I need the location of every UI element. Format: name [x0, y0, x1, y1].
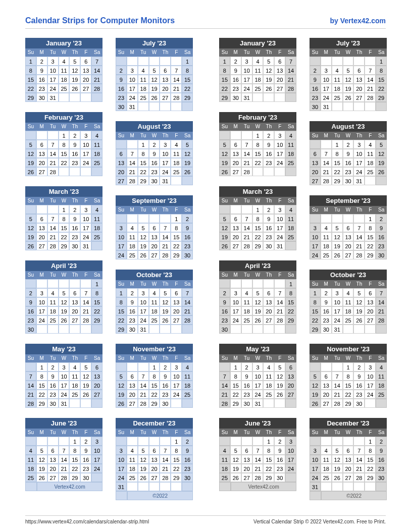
calendar-day: 1 — [182, 57, 193, 66]
calendar-day: 9 — [160, 371, 171, 381]
calendar-day: 10 — [310, 455, 321, 464]
calendar-week: 1 — [219, 279, 296, 288]
calendar-day — [25, 131, 36, 140]
calendar-day: 14 — [171, 75, 182, 84]
calendar-day: 18 — [182, 381, 193, 390]
calendar-day: 7 — [241, 140, 252, 149]
calendar-week: 12131415161718 — [116, 381, 193, 390]
calendar-day: 21 — [219, 390, 230, 399]
day-of-week-cell: M — [127, 48, 138, 57]
calendar-day: 31 — [116, 482, 127, 491]
calendar-day — [160, 325, 171, 334]
calendar-day: 13 — [321, 381, 332, 390]
calendar-day: 5 — [160, 288, 171, 297]
calendar-day: 17 — [274, 223, 285, 232]
calendar-week: 12131415161718 — [25, 149, 102, 158]
calendar-day: 30 — [47, 399, 59, 408]
day-of-week-cell: Th — [69, 271, 80, 279]
day-of-week-cell: W — [149, 280, 160, 288]
calendar-day: 19 — [263, 75, 274, 84]
calendar-day: 4 — [91, 131, 102, 140]
calendar-day: 20 — [343, 464, 354, 473]
calendar-week: 16171819202122 — [310, 84, 387, 93]
calendar-week: 17181920212223 — [310, 464, 387, 473]
calendar-week: 262728 — [219, 167, 296, 176]
calendar-day — [285, 93, 296, 102]
calendar-day: 12 — [25, 149, 36, 158]
calendar-day: 7 — [127, 149, 138, 158]
calendar-week: 30 — [219, 325, 296, 334]
calendar-day: 25 — [91, 232, 102, 241]
calendar-day: 18 — [321, 241, 332, 250]
day-of-week-cell: Sa — [182, 48, 193, 57]
calendar-day: 22 — [310, 315, 321, 325]
day-of-week-cell: Sa — [91, 197, 102, 205]
calendar-day: 13 — [310, 158, 321, 167]
calendar-day: 11 — [321, 232, 332, 241]
calendar-week: 262728293031 — [219, 241, 296, 250]
calendar-week: 2728293031 — [116, 176, 193, 185]
calendar-week: 19202122232425 — [310, 390, 387, 399]
day-of-week-cell: Su — [25, 429, 36, 437]
calendar-week: 1234 — [310, 362, 387, 371]
day-of-week-cell: Tu — [47, 271, 59, 279]
calendar-week: 891011121314 — [25, 66, 102, 75]
calendar-day — [365, 176, 376, 185]
calendar-day: 6 — [149, 446, 160, 455]
day-of-week-cell: M — [127, 280, 138, 288]
calendar-day: 24 — [116, 250, 127, 259]
calendar-day: 25 — [25, 473, 36, 482]
calendar-week: 2728293031 — [310, 176, 387, 185]
calendar-week: 567891011 — [116, 371, 193, 381]
day-of-week-cell: Su — [25, 48, 36, 57]
calendar-day: 26 — [149, 93, 160, 102]
calendar-credit-row: Vertex42.com — [219, 482, 296, 491]
calendar-day: 15 — [171, 455, 182, 464]
calendar-day: 19 — [332, 464, 343, 473]
calendar-day: 21 — [353, 241, 365, 250]
calendar-day — [69, 167, 80, 176]
calendar-day: 14 — [353, 455, 365, 464]
calendar-day: 17 — [310, 241, 321, 250]
calendar-day: 7 — [59, 446, 70, 455]
calendar-day: 31 — [80, 241, 91, 250]
day-of-week-row: SuMTuWThFSa — [25, 429, 102, 437]
calendar-day: 10 — [365, 371, 376, 381]
calendar-day: 16 — [343, 158, 354, 167]
calendar-day — [25, 279, 36, 288]
day-of-week-cell: Th — [69, 354, 80, 362]
calendar-day — [47, 131, 59, 140]
calendar-day — [116, 57, 127, 66]
calendar-day — [332, 57, 343, 66]
calendar-day: 9 — [321, 297, 332, 306]
calendar-day: 29 — [69, 473, 80, 482]
calendar-day — [332, 214, 343, 223]
calendar-day: 11 — [343, 297, 354, 306]
day-of-week-cell: W — [252, 48, 264, 57]
calendar-day: 9 — [47, 371, 59, 381]
calendar-day: 21 — [47, 232, 59, 241]
calendar-day: 20 — [285, 381, 296, 390]
calendar-day: 31 — [59, 399, 70, 408]
calendar-day: 26 — [252, 315, 264, 325]
calendar-day: 3 — [91, 437, 102, 446]
calendar-day: 14 — [59, 455, 70, 464]
day-of-week-row: SuMTuWThFSa — [219, 123, 296, 131]
calendar-day — [219, 362, 230, 371]
calendar-day: 4 — [365, 140, 376, 149]
calendar-day: 10 — [80, 140, 91, 149]
calendar-day: 14 — [376, 297, 387, 306]
calendar-day: 28 — [241, 167, 252, 176]
calendar-day: 21 — [80, 306, 91, 315]
calendar-day: 15 — [365, 455, 376, 464]
calendar-day: 31 — [310, 482, 321, 491]
calendar-week: 78910111213 — [219, 371, 296, 381]
calendar-day: 24 — [230, 315, 241, 325]
calendar-day: 2 — [263, 131, 274, 140]
day-of-week-cell: Th — [353, 354, 365, 362]
calendar-day — [274, 279, 285, 288]
calendar-month: March '23SuMTuWThFSa12345678910111213141… — [219, 186, 296, 250]
calendar-day: 4 — [321, 223, 332, 232]
calendar-day — [69, 93, 80, 102]
calendar-day: 20 — [47, 464, 59, 473]
